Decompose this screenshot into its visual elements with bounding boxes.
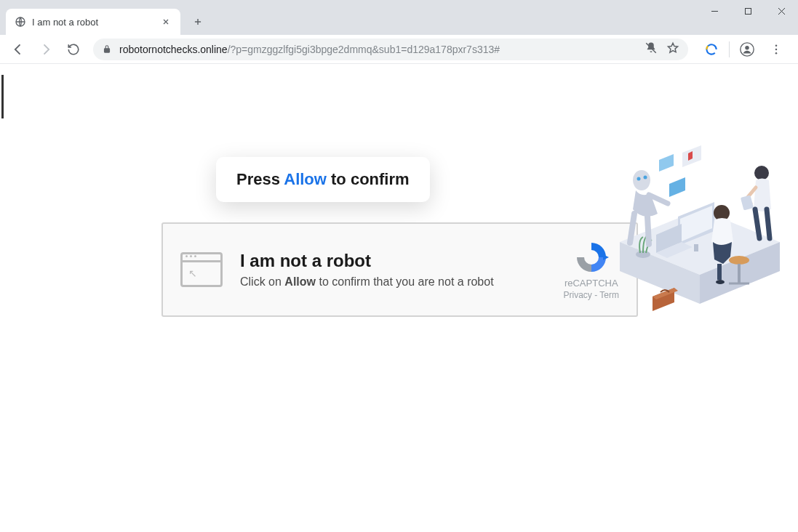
captcha-card: ↖ I am not a robot Click on Allow to con…	[161, 222, 638, 317]
press-allow-word: Allow	[284, 170, 327, 188]
press-allow-suffix: to confirm	[327, 170, 410, 188]
page-edge-decoration	[1, 75, 4, 118]
svg-marker-27	[659, 154, 674, 172]
profile-avatar-icon[interactable]	[735, 38, 759, 61]
svg-marker-7	[603, 254, 609, 260]
minimize-button[interactable]	[698, 0, 731, 22]
tab-title: I am not a robot	[32, 17, 154, 28]
svg-rect-1	[745, 8, 751, 14]
press-allow-banner: Press Allow to confirm	[216, 157, 430, 202]
recaptcha-links: Privacy - Term	[564, 290, 619, 300]
captcha-subtitle: Click on Allow to confirm that you are n…	[240, 275, 546, 289]
address-bar[interactable]: robotornotchecks.online/?p=gmzggzlfgi5gi…	[93, 39, 688, 60]
close-window-button[interactable]	[765, 0, 798, 22]
globe-icon	[15, 16, 26, 28]
svg-point-19	[716, 280, 725, 284]
svg-point-6	[775, 52, 778, 54]
svg-point-4	[775, 44, 778, 47]
svg-rect-13	[694, 244, 698, 251]
svg-point-3	[745, 45, 749, 49]
forward-button[interactable]	[33, 37, 58, 62]
notifications-muted-icon[interactable]	[645, 41, 658, 57]
maximize-button[interactable]	[731, 0, 765, 22]
svg-point-5	[775, 48, 778, 50]
recaptcha-badge: reCAPTCHA Privacy - Term	[564, 240, 619, 300]
recaptcha-label: reCAPTCHA	[564, 278, 619, 289]
close-tab-icon[interactable]	[160, 16, 172, 28]
recaptcha-privacy-link[interactable]: Privacy	[564, 290, 592, 300]
office-illustration	[613, 115, 787, 318]
menu-dots-icon[interactable]	[765, 38, 788, 61]
browser-toolbar: robotornotchecks.online/?p=gmzggzlfgi5gi…	[0, 35, 798, 64]
press-allow-prefix: Press	[236, 170, 284, 188]
bookmark-star-icon[interactable]	[666, 41, 679, 57]
window-tab-strip: I am not a robot	[0, 0, 798, 35]
svg-point-21	[754, 166, 769, 180]
svg-rect-18	[717, 264, 722, 280]
back-button[interactable]	[6, 37, 31, 62]
svg-point-24	[637, 177, 641, 181]
svg-rect-22	[741, 195, 754, 210]
svg-point-23	[633, 170, 650, 190]
browser-window-icon: ↖	[180, 252, 223, 287]
svg-marker-26	[669, 177, 685, 197]
extension-refresh-icon[interactable]	[700, 38, 723, 61]
captcha-title: I am not a robot	[240, 251, 546, 271]
lock-icon	[102, 44, 112, 55]
reload-button[interactable]	[61, 37, 86, 62]
svg-rect-20	[738, 264, 741, 283]
toolbar-divider	[729, 41, 730, 57]
url-host: robotornotchecks.online	[119, 44, 228, 55]
svg-point-25	[644, 176, 647, 180]
url-path: /?p=gmzggzlfgi5gi3bpge2dmmq&sub1=d129a17…	[228, 44, 500, 55]
url-text: robotornotchecks.online/?p=gmzggzlfgi5gi…	[119, 44, 637, 55]
recaptcha-logo-icon	[574, 240, 609, 275]
new-tab-button[interactable]	[188, 12, 208, 32]
page-content: Press Allow to confirm ↖ I am not a robo…	[0, 64, 798, 532]
browser-tab[interactable]: I am not a robot	[6, 9, 180, 35]
